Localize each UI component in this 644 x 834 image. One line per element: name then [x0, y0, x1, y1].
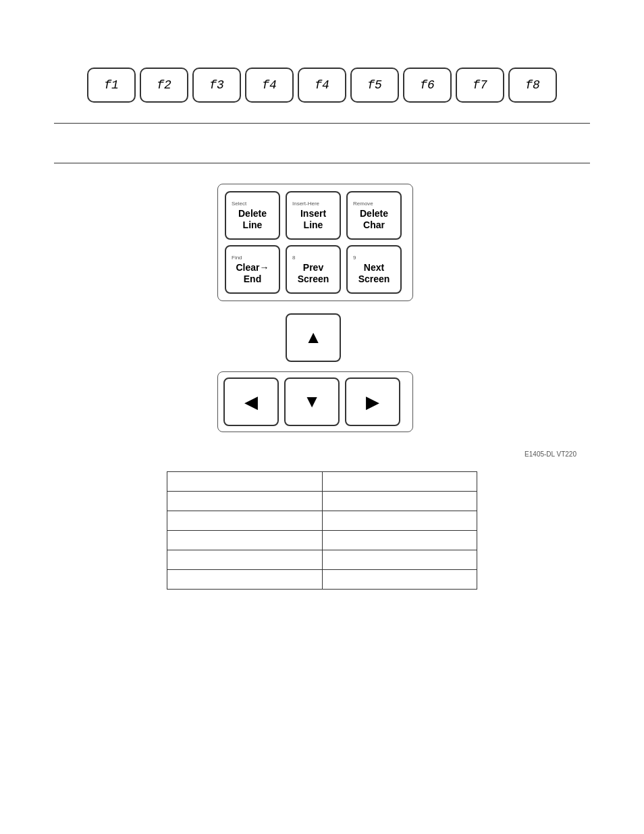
next-screen-key[interactable]: 9 NextScreen [346, 245, 402, 294]
fkey-f4b[interactable]: f4 [298, 68, 346, 103]
fkey-f5[interactable]: f5 [350, 68, 399, 103]
diagram-caption: E1405-DL VT220 [54, 450, 576, 458]
next-screen-num: 9 [353, 255, 356, 261]
delete-line-key[interactable]: Select DeleteLine [225, 191, 280, 240]
clear-end-key[interactable]: Find Clear→End [225, 245, 280, 294]
prev-screen-num: 8 [292, 255, 295, 261]
fkey-row: f1 f2 f3 f4 f4 f5 f6 f7 f8 [54, 68, 590, 103]
divider-top [54, 123, 590, 124]
table-cell [167, 511, 323, 531]
fkey-f3[interactable]: f3 [192, 68, 241, 103]
up-arrow-icon: ▲ [304, 328, 322, 348]
divider-bottom [54, 163, 590, 163]
keypad-area: Select DeleteLine Insert-Here InsertLine… [54, 184, 590, 447]
table-cell [167, 492, 323, 511]
table-cell [167, 472, 323, 492]
down-arrow-key[interactable]: ▼ [284, 377, 340, 426]
table-row [167, 511, 477, 531]
up-arrow-key[interactable]: ▲ [286, 313, 341, 362]
table-row [167, 492, 477, 511]
down-arrow-icon: ▼ [303, 392, 321, 412]
delete-char-key[interactable]: Remove DeleteChar [346, 191, 402, 240]
insert-line-small-label: Insert-Here [292, 201, 319, 207]
left-arrow-icon: ◀ [244, 392, 258, 413]
table-cell [322, 531, 477, 550]
table-row [167, 550, 477, 570]
delete-line-main-label: DeleteLine [238, 208, 267, 231]
right-arrow-key[interactable]: ▶ [345, 377, 400, 426]
bottom-arrow-group: ◀ ▼ ▶ [217, 371, 413, 432]
table-cell [322, 550, 477, 570]
left-arrow-key[interactable]: ◀ [223, 377, 279, 426]
fkey-f1[interactable]: f1 [87, 68, 136, 103]
table-cell [322, 511, 477, 531]
table-row [167, 531, 477, 550]
delete-char-small-label: Remove [353, 201, 373, 207]
right-arrow-icon: ▶ [366, 392, 379, 413]
data-table [167, 471, 477, 590]
top-key-group: Select DeleteLine Insert-Here InsertLine… [217, 184, 413, 301]
clear-end-small-label: Find [232, 255, 242, 261]
prev-screen-key[interactable]: 8 PrevScreen [286, 245, 341, 294]
insert-line-main-label: InsertLine [300, 208, 326, 231]
clear-end-main-label: Clear→End [236, 262, 269, 285]
fkey-f7[interactable]: f7 [456, 68, 504, 103]
fkey-f4a[interactable]: f4 [245, 68, 294, 103]
fkey-f6[interactable]: f6 [403, 68, 452, 103]
prev-screen-main-label: PrevScreen [298, 262, 329, 285]
table-row [167, 570, 477, 590]
delete-line-small-label: Select [232, 201, 246, 207]
fkey-f8[interactable]: f8 [508, 68, 557, 103]
delete-char-main-label: DeleteChar [360, 208, 388, 231]
insert-line-key[interactable]: Insert-Here InsertLine [286, 191, 341, 240]
data-table-wrapper [54, 471, 590, 590]
table-cell [322, 570, 477, 590]
up-arrow-container: ▲ [286, 313, 341, 362]
table-cell [167, 570, 323, 590]
table-cell [167, 550, 323, 570]
table-cell [322, 472, 477, 492]
table-cell [167, 531, 323, 550]
next-screen-main-label: NextScreen [358, 262, 390, 285]
fkey-f2[interactable]: f2 [140, 68, 188, 103]
table-cell [322, 492, 477, 511]
table-row [167, 472, 477, 492]
